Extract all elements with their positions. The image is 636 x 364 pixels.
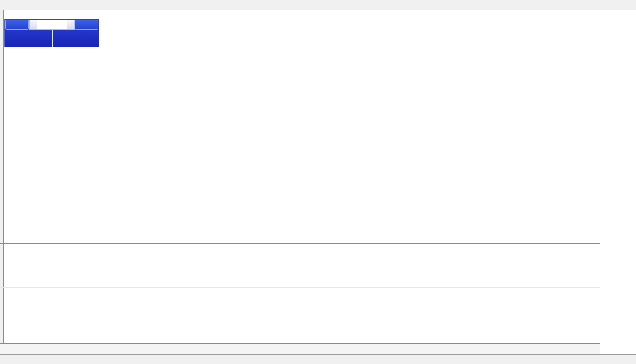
price-axis[interactable] bbox=[600, 10, 636, 355]
volume-increase-button[interactable] bbox=[67, 20, 75, 29]
volume-input[interactable] bbox=[37, 20, 67, 29]
volume-stepper bbox=[29, 20, 75, 30]
price-pane bbox=[0, 10, 600, 243]
symbol-tab-bar bbox=[0, 354, 636, 364]
left-window-border bbox=[0, 288, 4, 343]
buy-price-display[interactable] bbox=[52, 30, 99, 47]
rsi-canvas[interactable] bbox=[3, 288, 600, 343]
sell-button[interactable] bbox=[5, 20, 29, 30]
macd-canvas[interactable] bbox=[3, 244, 600, 287]
chart-plot-column bbox=[0, 10, 600, 355]
left-window-border bbox=[0, 10, 4, 243]
one-click-trading-panel bbox=[4, 19, 99, 47]
left-window-border bbox=[0, 244, 4, 287]
sell-price-display[interactable] bbox=[4, 30, 50, 47]
rsi-pane bbox=[0, 288, 600, 343]
chart-window bbox=[0, 10, 636, 355]
volume-decrease-button[interactable] bbox=[30, 20, 37, 29]
date-axis[interactable] bbox=[0, 344, 600, 356]
macd-pane bbox=[0, 244, 600, 287]
mt4-window bbox=[0, 0, 636, 364]
buy-button[interactable] bbox=[75, 20, 98, 30]
timeframe-toolbar bbox=[0, 0, 636, 10]
